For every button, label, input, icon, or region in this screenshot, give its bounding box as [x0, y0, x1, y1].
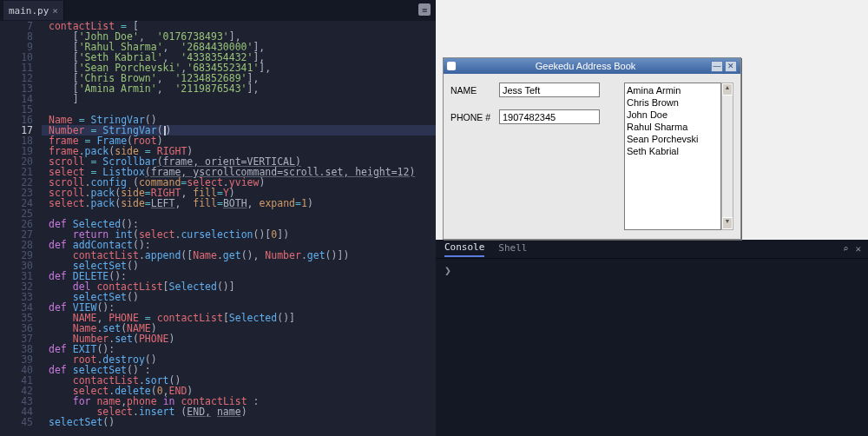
window-titlebar[interactable]: Geekedu Address Book — ✕ [444, 58, 740, 74]
right-pane: Geekedu Address Book — ✕ NAME PHONE # [436, 0, 868, 436]
list-item[interactable]: Chris Brown [627, 96, 719, 109]
list-item[interactable]: Amina Armin [627, 84, 719, 96]
phone-label: PHONE # [450, 112, 499, 122]
tab-bar: main.py × ≡ [0, 0, 436, 21]
output-preview: Geekedu Address Book — ✕ NAME PHONE # [436, 0, 868, 240]
tab-filename: main.py [9, 5, 49, 17]
listbox-scrollbar[interactable]: ▲ ▼ [721, 83, 733, 230]
window-title: Geekedu Address Book [460, 61, 711, 71]
name-input[interactable] [499, 83, 600, 97]
scroll-down-button[interactable]: ▼ [722, 217, 733, 229]
list-item[interactable]: Rahul Sharma [627, 121, 719, 133]
editor-settings-icon[interactable]: ≡ [418, 3, 431, 16]
close-button[interactable]: ✕ [725, 61, 737, 72]
tab-shell[interactable]: Shell [498, 242, 527, 256]
tab-console[interactable]: Console [444, 241, 484, 257]
editor-tab[interactable]: main.py × [3, 1, 64, 20]
tkinter-window[interactable]: Geekedu Address Book — ✕ NAME PHONE # [443, 57, 741, 240]
form-column: NAME PHONE # [450, 83, 624, 230]
line-number-gutter: 7891011121314151617181920212223242526272… [0, 21, 42, 436]
contact-listbox[interactable]: Amina ArminChris BrownJohn DoeRahul Shar… [624, 83, 721, 230]
close-icon[interactable]: × [52, 5, 58, 17]
window-icon [447, 62, 456, 70]
console-panel: Console Shell ⌕ ✕ ❯ [436, 240, 868, 436]
code-area[interactable]: 7891011121314151617181920212223242526272… [0, 21, 436, 436]
minimize-button[interactable]: — [711, 61, 723, 72]
list-item[interactable]: John Doe [627, 109, 719, 121]
phone-input[interactable] [499, 109, 600, 124]
name-label: NAME [450, 85, 499, 96]
console-prompt: ❯ [444, 264, 451, 277]
editor-pane: main.py × ≡ 7891011121314151617181920212… [0, 0, 436, 436]
code-content[interactable]: contactList = [ ['John Doe', '0176738493… [42, 21, 436, 436]
scroll-up-button[interactable]: ▲ [722, 83, 733, 96]
console-tabs: Console Shell ⌕ ✕ [436, 240, 868, 259]
console-body[interactable]: ❯ [436, 259, 868, 282]
list-item[interactable]: Seth Kabrial [627, 145, 719, 157]
listbox-wrap: Amina ArminChris BrownJohn DoeRahul Shar… [624, 83, 733, 230]
search-icon[interactable]: ⌕ [843, 243, 849, 254]
console-close-icon[interactable]: ✕ [855, 243, 861, 254]
list-item[interactable]: Sean Porchevski [627, 133, 719, 145]
window-body: NAME PHONE # Amina ArminChris BrownJohn … [444, 74, 740, 239]
scroll-track[interactable] [722, 96, 733, 217]
